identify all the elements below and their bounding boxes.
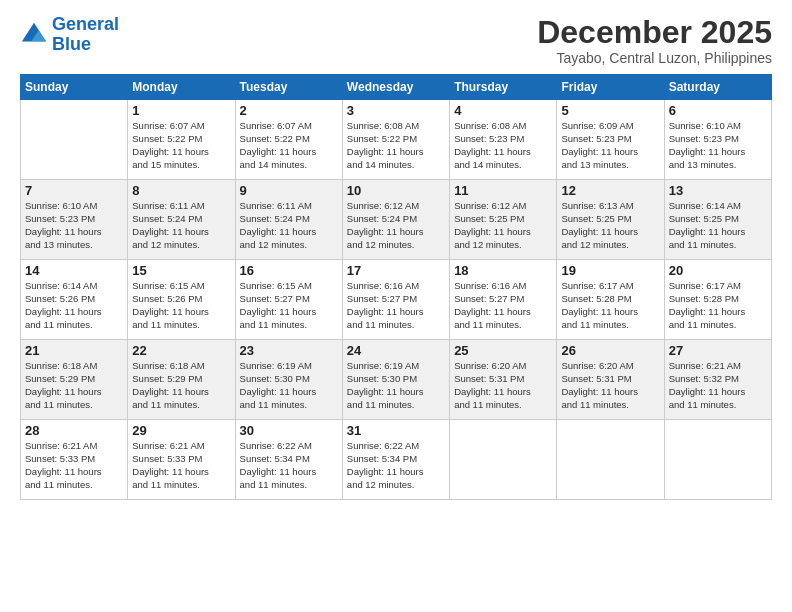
calendar-cell: 17Sunrise: 6:16 AMSunset: 5:27 PMDayligh… — [342, 260, 449, 340]
day-number: 18 — [454, 263, 552, 278]
page: General Blue December 2025 Tayabo, Centr… — [0, 0, 792, 612]
day-info: Sunrise: 6:07 AMSunset: 5:22 PMDaylight:… — [240, 120, 338, 171]
col-header-tuesday: Tuesday — [235, 75, 342, 100]
header: General Blue December 2025 Tayabo, Centr… — [20, 15, 772, 66]
day-info: Sunrise: 6:07 AMSunset: 5:22 PMDaylight:… — [132, 120, 230, 171]
calendar-cell: 15Sunrise: 6:15 AMSunset: 5:26 PMDayligh… — [128, 260, 235, 340]
col-header-saturday: Saturday — [664, 75, 771, 100]
day-info: Sunrise: 6:08 AMSunset: 5:23 PMDaylight:… — [454, 120, 552, 171]
calendar-cell: 16Sunrise: 6:15 AMSunset: 5:27 PMDayligh… — [235, 260, 342, 340]
day-number: 29 — [132, 423, 230, 438]
calendar-cell: 3Sunrise: 6:08 AMSunset: 5:22 PMDaylight… — [342, 100, 449, 180]
day-number: 11 — [454, 183, 552, 198]
calendar-cell: 11Sunrise: 6:12 AMSunset: 5:25 PMDayligh… — [450, 180, 557, 260]
month-title: December 2025 — [537, 15, 772, 50]
day-info: Sunrise: 6:16 AMSunset: 5:27 PMDaylight:… — [454, 280, 552, 331]
logo-general: General — [52, 14, 119, 34]
calendar-cell: 28Sunrise: 6:21 AMSunset: 5:33 PMDayligh… — [21, 420, 128, 500]
day-number: 8 — [132, 183, 230, 198]
logo: General Blue — [20, 15, 119, 55]
day-number: 24 — [347, 343, 445, 358]
calendar-cell: 14Sunrise: 6:14 AMSunset: 5:26 PMDayligh… — [21, 260, 128, 340]
calendar-cell: 20Sunrise: 6:17 AMSunset: 5:28 PMDayligh… — [664, 260, 771, 340]
title-block: December 2025 Tayabo, Central Luzon, Phi… — [537, 15, 772, 66]
day-number: 30 — [240, 423, 338, 438]
calendar-table: SundayMondayTuesdayWednesdayThursdayFrid… — [20, 74, 772, 500]
calendar-week-row: 7Sunrise: 6:10 AMSunset: 5:23 PMDaylight… — [21, 180, 772, 260]
day-number: 21 — [25, 343, 123, 358]
day-number: 6 — [669, 103, 767, 118]
day-info: Sunrise: 6:11 AMSunset: 5:24 PMDaylight:… — [132, 200, 230, 251]
calendar-cell: 12Sunrise: 6:13 AMSunset: 5:25 PMDayligh… — [557, 180, 664, 260]
day-info: Sunrise: 6:21 AMSunset: 5:32 PMDaylight:… — [669, 360, 767, 411]
day-info: Sunrise: 6:20 AMSunset: 5:31 PMDaylight:… — [454, 360, 552, 411]
col-header-friday: Friday — [557, 75, 664, 100]
calendar-cell: 22Sunrise: 6:18 AMSunset: 5:29 PMDayligh… — [128, 340, 235, 420]
day-info: Sunrise: 6:21 AMSunset: 5:33 PMDaylight:… — [25, 440, 123, 491]
day-number: 25 — [454, 343, 552, 358]
day-number: 3 — [347, 103, 445, 118]
day-number: 19 — [561, 263, 659, 278]
calendar-cell: 4Sunrise: 6:08 AMSunset: 5:23 PMDaylight… — [450, 100, 557, 180]
day-number: 26 — [561, 343, 659, 358]
calendar-week-row: 21Sunrise: 6:18 AMSunset: 5:29 PMDayligh… — [21, 340, 772, 420]
day-number: 5 — [561, 103, 659, 118]
day-info: Sunrise: 6:14 AMSunset: 5:25 PMDaylight:… — [669, 200, 767, 251]
day-info: Sunrise: 6:12 AMSunset: 5:25 PMDaylight:… — [454, 200, 552, 251]
col-header-thursday: Thursday — [450, 75, 557, 100]
day-number: 7 — [25, 183, 123, 198]
day-number: 15 — [132, 263, 230, 278]
calendar-cell: 7Sunrise: 6:10 AMSunset: 5:23 PMDaylight… — [21, 180, 128, 260]
day-number: 31 — [347, 423, 445, 438]
calendar-cell — [21, 100, 128, 180]
calendar-week-row: 1Sunrise: 6:07 AMSunset: 5:22 PMDaylight… — [21, 100, 772, 180]
day-info: Sunrise: 6:08 AMSunset: 5:22 PMDaylight:… — [347, 120, 445, 171]
day-info: Sunrise: 6:22 AMSunset: 5:34 PMDaylight:… — [347, 440, 445, 491]
col-header-sunday: Sunday — [21, 75, 128, 100]
calendar-cell — [450, 420, 557, 500]
day-info: Sunrise: 6:18 AMSunset: 5:29 PMDaylight:… — [132, 360, 230, 411]
logo-icon — [20, 21, 48, 49]
calendar-cell: 6Sunrise: 6:10 AMSunset: 5:23 PMDaylight… — [664, 100, 771, 180]
day-info: Sunrise: 6:18 AMSunset: 5:29 PMDaylight:… — [25, 360, 123, 411]
calendar-week-row: 14Sunrise: 6:14 AMSunset: 5:26 PMDayligh… — [21, 260, 772, 340]
calendar-week-row: 28Sunrise: 6:21 AMSunset: 5:33 PMDayligh… — [21, 420, 772, 500]
day-number: 1 — [132, 103, 230, 118]
day-info: Sunrise: 6:15 AMSunset: 5:26 PMDaylight:… — [132, 280, 230, 331]
day-number: 10 — [347, 183, 445, 198]
calendar-cell — [664, 420, 771, 500]
day-number: 13 — [669, 183, 767, 198]
day-info: Sunrise: 6:10 AMSunset: 5:23 PMDaylight:… — [669, 120, 767, 171]
day-info: Sunrise: 6:19 AMSunset: 5:30 PMDaylight:… — [347, 360, 445, 411]
day-number: 16 — [240, 263, 338, 278]
day-info: Sunrise: 6:13 AMSunset: 5:25 PMDaylight:… — [561, 200, 659, 251]
calendar-cell: 8Sunrise: 6:11 AMSunset: 5:24 PMDaylight… — [128, 180, 235, 260]
day-info: Sunrise: 6:15 AMSunset: 5:27 PMDaylight:… — [240, 280, 338, 331]
day-info: Sunrise: 6:20 AMSunset: 5:31 PMDaylight:… — [561, 360, 659, 411]
day-number: 17 — [347, 263, 445, 278]
day-number: 4 — [454, 103, 552, 118]
calendar-header-row: SundayMondayTuesdayWednesdayThursdayFrid… — [21, 75, 772, 100]
calendar-cell: 10Sunrise: 6:12 AMSunset: 5:24 PMDayligh… — [342, 180, 449, 260]
day-info: Sunrise: 6:11 AMSunset: 5:24 PMDaylight:… — [240, 200, 338, 251]
day-number: 12 — [561, 183, 659, 198]
day-number: 23 — [240, 343, 338, 358]
day-info: Sunrise: 6:19 AMSunset: 5:30 PMDaylight:… — [240, 360, 338, 411]
day-info: Sunrise: 6:22 AMSunset: 5:34 PMDaylight:… — [240, 440, 338, 491]
col-header-monday: Monday — [128, 75, 235, 100]
day-number: 28 — [25, 423, 123, 438]
day-info: Sunrise: 6:14 AMSunset: 5:26 PMDaylight:… — [25, 280, 123, 331]
day-number: 22 — [132, 343, 230, 358]
day-info: Sunrise: 6:21 AMSunset: 5:33 PMDaylight:… — [132, 440, 230, 491]
calendar-cell — [557, 420, 664, 500]
calendar-cell: 27Sunrise: 6:21 AMSunset: 5:32 PMDayligh… — [664, 340, 771, 420]
calendar-cell: 25Sunrise: 6:20 AMSunset: 5:31 PMDayligh… — [450, 340, 557, 420]
calendar-cell: 18Sunrise: 6:16 AMSunset: 5:27 PMDayligh… — [450, 260, 557, 340]
calendar-cell: 31Sunrise: 6:22 AMSunset: 5:34 PMDayligh… — [342, 420, 449, 500]
day-info: Sunrise: 6:09 AMSunset: 5:23 PMDaylight:… — [561, 120, 659, 171]
day-number: 9 — [240, 183, 338, 198]
day-info: Sunrise: 6:17 AMSunset: 5:28 PMDaylight:… — [561, 280, 659, 331]
day-number: 20 — [669, 263, 767, 278]
logo-blue: Blue — [52, 34, 91, 54]
calendar-cell: 24Sunrise: 6:19 AMSunset: 5:30 PMDayligh… — [342, 340, 449, 420]
